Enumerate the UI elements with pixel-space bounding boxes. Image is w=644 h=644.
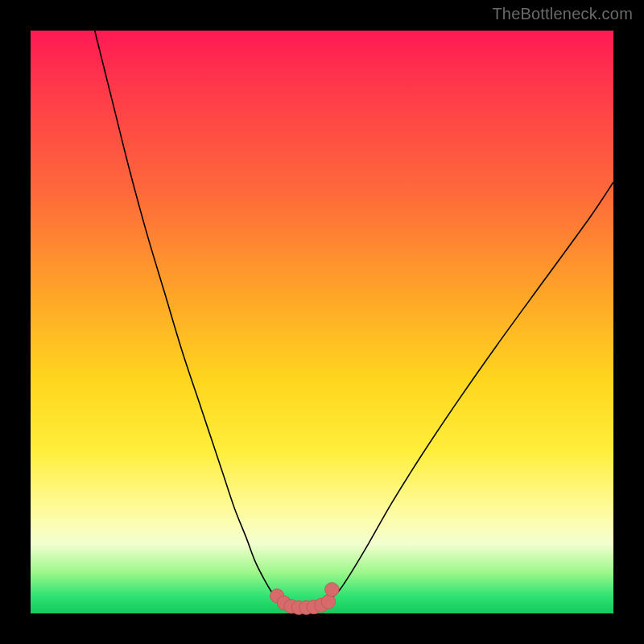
marker-point [325, 583, 339, 597]
bottom-markers [270, 583, 339, 615]
watermark-text: TheBottleneck.com [492, 5, 633, 23]
plot-area [31, 31, 613, 613]
curve-right [331, 182, 613, 599]
curve-left [95, 31, 282, 602]
chart-svg [31, 31, 613, 613]
chart-frame: TheBottleneck.com [0, 0, 644, 644]
marker-point [321, 595, 335, 609]
